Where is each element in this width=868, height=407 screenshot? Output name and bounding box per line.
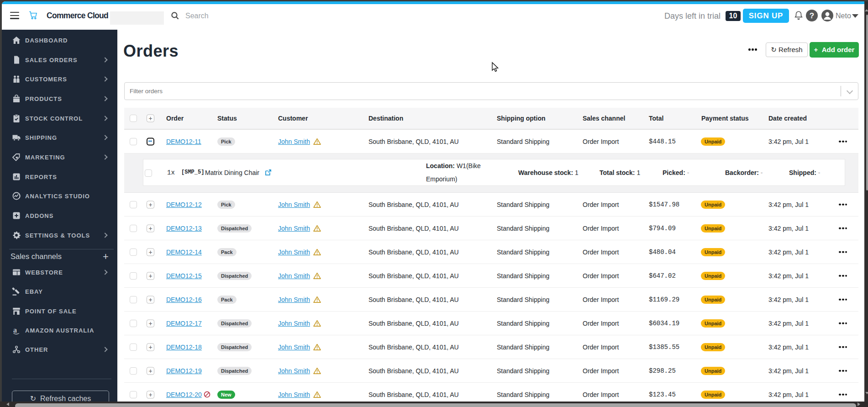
svg-text:?: ? [810,11,814,20]
svg-text:a: a [13,326,17,334]
